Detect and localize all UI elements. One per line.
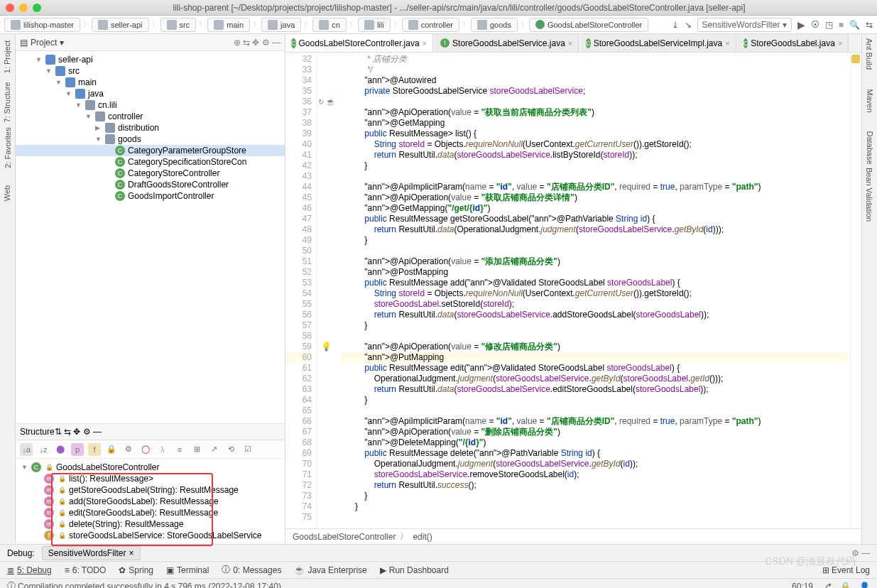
structure-tree[interactable]: ▼C🔒GoodsLabelStoreControllerm🔒list(): Re… [16,459,285,544]
structure-item[interactable]: m🔒edit(StoreGoodsLabel): ResultMessage [16,507,285,518]
bottom-tool-tab[interactable]: ☕Java Enterprise [294,565,366,575]
tree-node[interactable]: ▼main [16,77,285,88]
lock-icon[interactable]: 🔒 [840,582,851,589]
hector-icon[interactable]: 👤 [859,582,870,589]
tree-node[interactable]: CCategorySpecificationStoreCon [16,156,285,168]
tab-label: StoreGoodsLabelService.java [452,38,565,48]
structure-item[interactable]: m🔒list(): ResultMessage> [16,473,285,484]
editor-tab[interactable]: CStoreGoodsLabelServiceImpl.java× [580,34,736,52]
breadcrumb-item[interactable]: java [261,18,301,32]
debug-icon[interactable]: ⦿ [811,20,819,30]
coverage-icon[interactable]: ◳ [825,20,833,30]
structure-item-label: add(StoreGoodsLabel): ResultMessage [69,496,219,506]
structure-toolbar[interactable]: ↓a↓z⬤pf🔒⚙◯λ≡⊞↗⟲☑ [16,440,285,459]
event-log-tab[interactable]: ⊞ Event Log [822,565,870,575]
hammer-icon[interactable]: ↘ [685,20,692,30]
breadcrumb-item[interactable]: goods [471,18,518,32]
caret-position[interactable]: 60:19 [792,582,813,589]
structure-item[interactable]: m🔒getStoreGoodsLabel(String): ResultMess… [16,484,285,496]
bottom-tool-tab[interactable]: ⓘ0: Messages [222,564,281,576]
tool-tab-project[interactable]: 1: Project [4,40,12,73]
tool-tab-web[interactable]: Web [4,185,12,201]
editor-body[interactable]: 3233343536373839404142434445464748495051… [285,53,861,528]
run-config-selector[interactable]: SensitiveWordsFilter ▾ [697,18,792,32]
structure-item-label: list(): ResultMessage> [69,474,153,484]
breadcrumb-item[interactable]: src [160,18,197,32]
project-panel-tools[interactable]: ⊕ ⇆ ✥ ⚙ — [234,38,280,48]
git-branch-icon[interactable]: ⎇ [822,582,832,589]
editor-tab[interactable]: CStoreGoodsLabel.java× [738,34,849,52]
bottom-tool-tab[interactable]: ✿Spring [119,565,153,575]
structure-panel-tools[interactable]: ⇅ ⇆ ✥ ⚙ — [55,427,102,437]
breadcrumb-item[interactable]: controller [402,18,459,32]
analysis-status-icon[interactable] [851,55,860,63]
tool-tab-maven[interactable]: Maven [866,89,874,112]
tree-label: distribution [118,123,159,133]
close-icon[interactable]: × [725,39,729,48]
tool-tab-favorites[interactable]: 2: Favorites [4,127,12,168]
search-icon[interactable]: 🔍 [849,20,860,30]
structure-item[interactable]: m🔒add(StoreGoodsLabel): ResultMessage [16,496,285,507]
structure-item-label: storeGoodsLabelService: StoreGoodsLabelS… [69,530,262,540]
breadcrumb-item[interactable]: cn [312,18,347,32]
method-icon: m [44,519,54,529]
run-icon[interactable]: ▶ [797,19,805,31]
folder-icon [408,20,418,30]
project-icon: ▤ [20,38,28,48]
code-content[interactable]: * 店铺分类 */ "ann">@Autowired private Store… [338,53,850,528]
tab-label: StoreGoodsLabelServiceImpl.java [594,38,722,48]
bottom-tool-tab[interactable]: ▣Terminal [166,565,209,575]
tree-node[interactable]: ▼goods [16,134,285,145]
tree-node[interactable]: ▼src [16,65,285,77]
structure-title: Structure [20,427,55,437]
bottom-tool-tab[interactable]: ≣5: Debug [7,565,52,575]
more-icon[interactable]: ⇆ [866,20,873,30]
stop-icon[interactable]: ■ [839,20,844,30]
editor-tab[interactable]: CGoodsLabelStoreController.java× [285,34,433,52]
tool-tab-database[interactable]: Database [866,131,874,164]
tree-label: cn.lili [98,100,117,110]
tree-node[interactable]: CGoodsImportController [16,190,285,202]
class-icon: C [115,157,125,167]
folder-icon [11,20,21,30]
breadcrumb-method[interactable]: edit() [413,532,432,542]
tree-node[interactable]: CCategoryStoreController [16,168,285,179]
tool-tab-structure[interactable]: 7: Structure [4,82,12,123]
folder-icon [85,100,95,110]
bottom-tool-tab[interactable]: ▶Run Dashboard [380,565,449,575]
tree-label: java [88,89,104,99]
close-icon[interactable]: × [568,39,572,48]
editor-tab[interactable]: IStoreGoodsLabelService.java× [435,34,579,52]
structure-item[interactable]: f🔒storeGoodsLabelService: StoreGoodsLabe… [16,530,285,541]
debug-config-tab[interactable]: SensitiveWordsFilter × [42,546,141,560]
breadcrumb-class[interactable]: GoodsLabelStoreController [293,532,396,542]
tree-node[interactable]: CDraftGoodsStoreController [16,179,285,190]
editor-breadcrumb: GoodsLabelStoreController〉 edit() [285,528,861,544]
breadcrumb-item[interactable]: lilishop-master [4,18,80,32]
close-icon[interactable]: × [423,39,427,48]
tree-node[interactable]: ▶distribution [16,122,285,134]
tool-tab-ant[interactable]: Ant Build [866,38,874,70]
window-traffic-lights[interactable] [6,4,41,12]
close-icon[interactable]: × [129,548,134,558]
build-icon[interactable]: ⤓ [672,20,679,30]
project-tree[interactable]: ▼seller-api▼src▼main▼java▼cn.lili▼contro… [16,51,285,423]
tree-node[interactable]: ▼cn.lili [16,99,285,111]
project-panel-header: ▤ Project ▾ ⊕ ⇆ ✥ ⚙ — [16,34,285,51]
folder-icon [477,20,487,30]
close-icon[interactable]: × [838,39,842,48]
tool-icon: ≡ [65,565,70,575]
breadcrumb-item[interactable]: seller-api [92,18,149,32]
tree-node[interactable]: ▼controller [16,111,285,122]
tree-node[interactable]: CCategoryParameterGroupStore [16,145,285,156]
breadcrumb-item[interactable]: lili [358,18,391,32]
structure-item[interactable]: m🔒delete(String): ResultMessage [16,518,285,530]
bottom-tool-tab[interactable]: ≡6: TODO [65,565,107,575]
tree-node[interactable]: ▼seller-api [16,54,285,65]
tree-node[interactable]: ▼java [16,88,285,99]
structure-root-label: GoodsLabelStoreController [56,462,159,472]
structure-root[interactable]: ▼C🔒GoodsLabelStoreController [16,462,285,473]
tool-tab-bean[interactable]: Bean Validation [866,168,874,222]
breadcrumb-item[interactable]: main [207,18,250,32]
breadcrumb-item[interactable]: GoodsLabelStoreController [529,18,648,32]
